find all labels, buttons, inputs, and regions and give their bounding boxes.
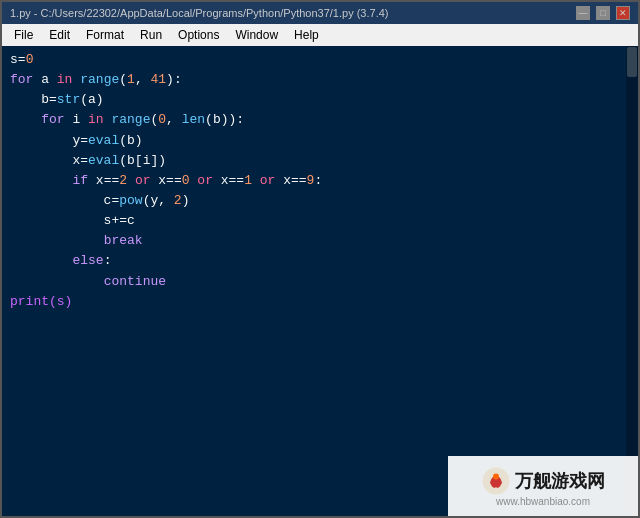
code-line: x=eval(b[i]): [10, 151, 630, 171]
code-line: else:: [10, 251, 630, 271]
code-line: b=str(a): [10, 90, 630, 110]
code-line: for i in range(0, len(b)):: [10, 110, 630, 130]
watermark-text: 万舰游戏网: [515, 469, 605, 493]
code-line: for a in range(1, 41):: [10, 70, 630, 90]
code-line: break: [10, 231, 630, 251]
code-line: if x==2 or x==0 or x==1 or x==9:: [10, 171, 630, 191]
menu-run[interactable]: Run: [132, 24, 170, 46]
menu-file[interactable]: File: [6, 24, 41, 46]
code-line: print(s): [10, 292, 630, 312]
menu-edit[interactable]: Edit: [41, 24, 78, 46]
window-controls: — □ ✕: [576, 6, 630, 20]
window-title: 1.py - C:/Users/22302/AppData/Local/Prog…: [10, 7, 576, 19]
code-line: c=pow(y, 2): [10, 191, 630, 211]
watermark-logo-icon: [481, 466, 511, 496]
menu-bar: File Edit Format Run Options Window Help: [2, 24, 638, 46]
code-line: s=0: [10, 50, 630, 70]
title-bar: 1.py - C:/Users/22302/AppData/Local/Prog…: [2, 2, 638, 24]
code-line: s+=c: [10, 211, 630, 231]
vertical-scrollbar[interactable]: [626, 46, 638, 516]
code-editor[interactable]: s=0for a in range(1, 41): b=str(a) for i…: [2, 46, 638, 516]
scrollbar-thumb[interactable]: [627, 47, 637, 77]
menu-options[interactable]: Options: [170, 24, 227, 46]
watermark-url: www.hbwanbiao.com: [496, 496, 590, 507]
menu-window[interactable]: Window: [227, 24, 286, 46]
menu-help[interactable]: Help: [286, 24, 327, 46]
menu-format[interactable]: Format: [78, 24, 132, 46]
code-line: continue: [10, 272, 630, 292]
watermark: 万舰游戏网 www.hbwanbiao.com: [448, 456, 638, 516]
code-line: y=eval(b): [10, 131, 630, 151]
minimize-button[interactable]: —: [576, 6, 590, 20]
maximize-button[interactable]: □: [596, 6, 610, 20]
main-window: 1.py - C:/Users/22302/AppData/Local/Prog…: [0, 0, 640, 518]
code-content: s=0for a in range(1, 41): b=str(a) for i…: [10, 50, 630, 312]
close-button[interactable]: ✕: [616, 6, 630, 20]
svg-point-1: [493, 473, 499, 479]
